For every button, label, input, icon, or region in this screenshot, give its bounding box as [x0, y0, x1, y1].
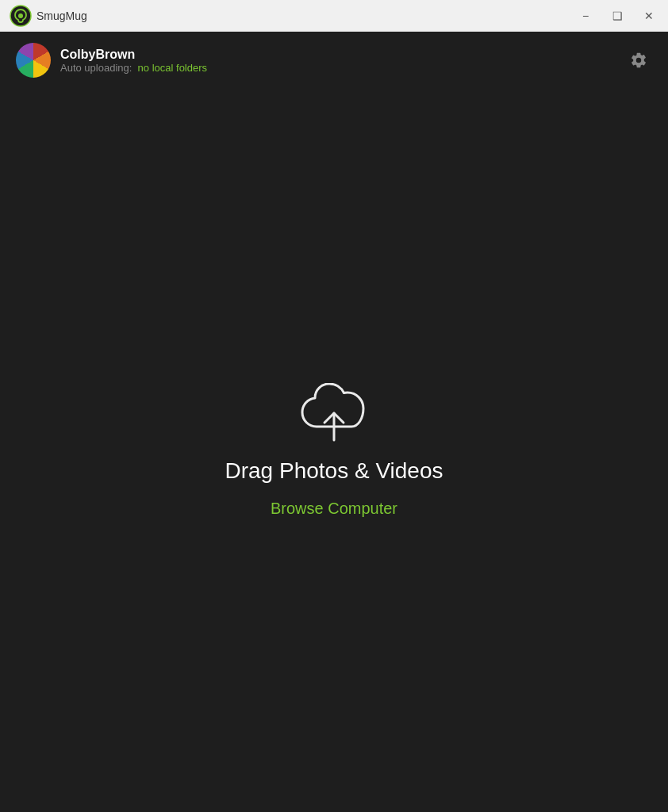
- no-folders-label: no local folders: [138, 62, 207, 74]
- username: ColbyBrown: [60, 48, 207, 62]
- user-info: ColbyBrown Auto uploading: no local fold…: [16, 43, 207, 78]
- smugmug-logo: SmugMug: [10, 5, 87, 27]
- user-details: ColbyBrown Auto uploading: no local fold…: [60, 48, 207, 74]
- app-title: SmugMug: [36, 10, 87, 22]
- minimize-button[interactable]: −: [576, 6, 595, 25]
- browse-computer-link[interactable]: Browse Computer: [271, 500, 397, 518]
- title-bar-left: SmugMug: [10, 5, 87, 27]
- settings-button[interactable]: [625, 47, 652, 74]
- auto-upload-status: Auto uploading: no local folders: [60, 62, 207, 74]
- title-bar-controls: − ❑ ✕: [576, 6, 658, 25]
- maximize-button[interactable]: ❑: [608, 6, 627, 25]
- svg-point-1: [18, 13, 23, 18]
- drag-text: Drag Photos & Videos: [225, 458, 443, 484]
- drop-zone[interactable]: Drag Photos & Videos Browse Computer: [0, 89, 668, 812]
- close-button[interactable]: ✕: [639, 6, 658, 25]
- main-content: ColbyBrown Auto uploading: no local fold…: [0, 32, 668, 812]
- cloud-upload-icon: [298, 383, 370, 442]
- title-bar: SmugMug − ❑ ✕: [0, 0, 668, 32]
- gear-icon: [630, 52, 647, 69]
- avatar: [16, 43, 51, 78]
- app-header: ColbyBrown Auto uploading: no local fold…: [0, 32, 668, 89]
- avatar-image: [16, 43, 51, 78]
- smugmug-logo-icon: [10, 5, 32, 27]
- auto-upload-label: Auto uploading:: [60, 62, 132, 74]
